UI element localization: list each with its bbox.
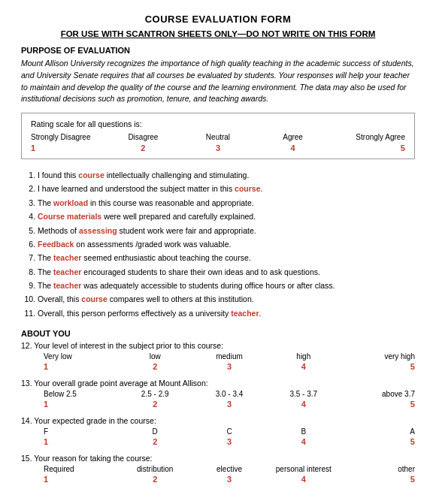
questions-list: I found this course intellectually chall…: [21, 168, 415, 320]
scale-label: above 3.7: [341, 390, 415, 398]
scale-number: 5: [341, 437, 415, 446]
scale-number: 4: [266, 475, 341, 484]
scale-number: 4: [266, 437, 341, 446]
list-item: I found this course intellectually chall…: [38, 168, 415, 182]
scale-number: 4: [266, 400, 341, 409]
scale-number: 5: [341, 400, 415, 409]
question-14: 14. Your expected grade in the course: F…: [21, 416, 415, 446]
q14-numbers: 12345: [44, 437, 415, 446]
label-agree: Agree: [256, 133, 331, 141]
q13-text: 13. Your overall grade point average at …: [21, 379, 415, 388]
question-15: 15. Your reason for taking the course: R…: [21, 454, 415, 484]
q13-labels: Below 2.52.5 - 2.93.0 - 3.43.5 - 3.7abov…: [44, 390, 415, 398]
scale-number: 2: [118, 400, 192, 409]
scale-label: 3.5 - 3.7: [266, 390, 341, 398]
question-12: 12. Your level of interest in the subjec…: [21, 341, 415, 371]
questions-ol: I found this course intellectually chall…: [21, 168, 415, 320]
scale-label: distribution: [118, 465, 192, 473]
scale-label: A: [341, 427, 415, 436]
scale-label: low: [118, 352, 192, 361]
list-item: Overall, this course compares well to ot…: [38, 292, 415, 306]
scale-label: Required: [44, 465, 118, 473]
num-1: 1: [31, 143, 106, 152]
scale-label: 2.5 - 2.9: [118, 390, 192, 398]
label-neutral: Neutral: [180, 133, 256, 141]
rating-numbers: 1 2 3 4 5: [31, 143, 405, 152]
list-item: The teacher encouraged students to share…: [38, 265, 415, 279]
num-2: 2: [106, 143, 181, 152]
q13-numbers: 12345: [44, 400, 415, 409]
rating-box: Rating scale for all questions is: Stron…: [21, 113, 415, 159]
list-item: I have learned and understood the subjec…: [38, 182, 415, 195]
scale-label: B: [266, 427, 341, 436]
scale-label: very high: [341, 352, 415, 361]
q15-numbers: 12345: [44, 475, 415, 484]
question-13: 13. Your overall grade point average at …: [21, 379, 415, 409]
label-disagree: Disagree: [106, 133, 181, 141]
scale-label: other: [341, 465, 415, 473]
label-strongly-disagree: Strongly Disagree: [31, 133, 106, 141]
form-subtitle: FOR USE WITH SCANTRON SHEETS ONLY—DO NOT…: [21, 29, 415, 38]
rating-labels: Strongly Disagree Disagree Neutral Agree…: [31, 133, 405, 141]
scale-number: 3: [192, 362, 267, 371]
scale-label: 3.0 - 3.4: [192, 390, 267, 398]
scale-number: 1: [44, 437, 118, 446]
scale-number: 1: [44, 400, 118, 409]
scale-label: C: [192, 427, 267, 436]
scale-number: 4: [266, 362, 341, 371]
scale-label: Very low: [44, 352, 118, 361]
purpose-text: Mount Allison University recognizes the …: [21, 58, 415, 105]
q12-text: 12. Your level of interest in the subjec…: [21, 341, 415, 350]
scale-number: 2: [118, 362, 192, 371]
q12-labels: Very lowlowmediumhighvery high: [44, 352, 415, 361]
q15-text: 15. Your reason for taking the course:: [21, 454, 415, 463]
about-you-section: ABOUT YOU 12. Your level of interest in …: [21, 329, 415, 484]
num-5: 5: [330, 143, 405, 152]
scale-number: 5: [341, 475, 415, 484]
list-item: Overall, this person performs effectivel…: [38, 306, 415, 320]
page-title: COURSE EVALUATION FORM: [21, 14, 415, 25]
scale-number: 3: [192, 437, 267, 446]
scale-label: medium: [192, 352, 267, 361]
scale-label: D: [118, 427, 192, 436]
list-item: The teacher seemed enthusiastic about te…: [38, 251, 415, 264]
q14-text: 14. Your expected grade in the course:: [21, 416, 415, 425]
list-item: The workload in this course was reasonab…: [38, 196, 415, 210]
about-you-label: ABOUT YOU: [21, 329, 415, 338]
scale-number: 1: [44, 362, 118, 371]
list-item: Course materials were well prepared and …: [38, 210, 415, 223]
purpose-label: PURPOSE OF EVALUATION: [21, 46, 415, 55]
list-item: The teacher was adequately accessible to…: [38, 279, 415, 292]
q14-labels: FDCBA: [44, 427, 415, 436]
scale-label: high: [266, 352, 341, 361]
scale-number: 3: [192, 475, 267, 484]
scale-label: personal interest: [266, 465, 341, 473]
q15-labels: Requireddistributionelectivepersonal int…: [44, 465, 415, 473]
num-3: 3: [180, 143, 256, 152]
list-item: Feedback on assessments /graded work was…: [38, 237, 415, 251]
q12-numbers: 12345: [44, 362, 415, 371]
scale-number: 1: [44, 475, 118, 484]
scale-label: F: [44, 427, 118, 436]
num-4: 4: [256, 143, 331, 152]
scale-label: elective: [192, 465, 267, 473]
scale-label: Below 2.5: [44, 390, 118, 398]
scale-number: 2: [118, 475, 192, 484]
list-item: Methods of assessing student work were f…: [38, 224, 415, 237]
scale-number: 2: [118, 437, 192, 446]
rating-title: Rating scale for all questions is:: [31, 119, 405, 128]
scale-number: 3: [192, 400, 267, 409]
label-strongly-agree: Strongly Agree: [330, 133, 405, 141]
scale-number: 5: [341, 362, 415, 371]
